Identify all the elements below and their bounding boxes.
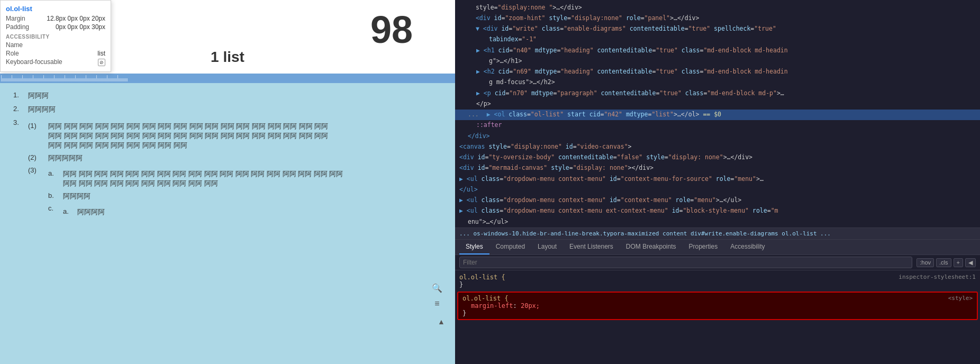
ruler-tick (22, 75, 23, 81)
ruler-tick (120, 78, 120, 81)
cls-button[interactable]: .cls (936, 258, 951, 267)
tab-event-listeners[interactable]: Event Listeners (563, 240, 620, 254)
ruler-tick (38, 78, 39, 81)
dom-line-after-10: enu">…</ul> (455, 216, 980, 227)
ruler-tick (23, 78, 24, 81)
ruler-tick (13, 78, 13, 81)
ruler-tick (41, 78, 42, 81)
nested-text-3-1: 阿阿 阿阿 阿阿 阿阿 阿阿 阿阿 阿阿 阿阿 阿阿 阿阿 阿阿 阿阿 阿阿 阿… (48, 122, 328, 150)
ruler-tick (16, 78, 16, 81)
ruler-tick (59, 78, 60, 81)
nested-item-3-3: (3) a. 阿阿 阿阿 阿阿 阿阿 阿阿 阿阿 阿阿 阿阿 阿阿 阿阿 阿阿 … (28, 166, 343, 222)
ruler-tick (12, 75, 12, 81)
ruler-tick (74, 78, 75, 81)
ruler-tick (67, 78, 67, 81)
ruler-tick (61, 78, 62, 81)
ruler-tick (101, 78, 101, 81)
ruler-tick (109, 78, 110, 81)
css-highlighted-close: } (462, 310, 973, 317)
nested-num-3-3: (3) (28, 166, 44, 222)
ruler-tick (52, 78, 52, 81)
tooltip-padding-value: 0px 0px 0px 30px (56, 23, 105, 31)
css-rule-ol-ol-list-1: ol.ol-list { inspector-stylesheet:1 } (455, 272, 980, 289)
ruler-tick (62, 78, 63, 81)
ruler-tick (11, 78, 11, 81)
hov-button[interactable]: :hov (917, 258, 934, 267)
ruler-tick (51, 78, 51, 81)
ruler-tick (15, 78, 15, 81)
dom-line-after-1: ::after (455, 120, 980, 131)
nested-text-3-2: 阿阿阿阿阿 (48, 153, 83, 163)
ruler-tick (37, 78, 38, 81)
ruler-tick (32, 78, 32, 81)
ruler-tick (25, 78, 26, 81)
deep-item-b: b. 阿阿阿阿 (48, 192, 343, 201)
ruler-tick (104, 78, 104, 81)
list-item-1: 1. 阿阿阿 (13, 91, 442, 101)
ruler-tick (91, 78, 92, 81)
ruler-tick (57, 78, 58, 81)
search-icon[interactable]: 🔍 (430, 280, 444, 295)
hamburger-menu-icon[interactable]: ≡ (430, 296, 444, 311)
dom-line-after-2: </div> (455, 131, 980, 141)
tooltip-padding-label: Padding (6, 23, 29, 31)
css-prop-name: margin-left (471, 302, 513, 310)
ruler-tick (123, 78, 123, 81)
ruler-tick (46, 78, 46, 81)
ruler-tick (87, 78, 87, 81)
ruler (0, 74, 455, 83)
ruler-tick (103, 78, 103, 81)
ruler-tick (65, 75, 65, 81)
tab-properties[interactable]: Properties (683, 240, 724, 254)
deep-item-a: a. 阿阿 阿阿 阿阿 阿阿 阿阿 阿阿 阿阿 阿阿 阿阿 阿阿 阿阿 阿阿 阿… (48, 169, 343, 188)
dom-line-after-6: ▶ <ul class="dropdown-menu context-menu"… (455, 174, 980, 184)
ruler-tick (47, 78, 47, 81)
tab-styles[interactable]: Styles (459, 240, 489, 254)
ruler-tick (89, 78, 89, 81)
ruler-tick (116, 78, 117, 81)
navigate-button[interactable]: ◀ (965, 258, 976, 267)
ruler-tick (72, 78, 72, 81)
ruler-tick (21, 78, 22, 81)
ruler-tick (53, 78, 53, 81)
nested-num-3-2: (2) (28, 153, 44, 163)
dom-tree[interactable]: style="display:none ">…</div> <div id="z… (455, 0, 980, 228)
deep-text-b: 阿阿阿阿 (63, 192, 90, 201)
ruler-tick (102, 78, 102, 81)
dom-line-after-7: </ul> (455, 184, 980, 195)
filter-input[interactable] (459, 257, 912, 268)
ruler-tick (106, 78, 106, 81)
element-tooltip: ol.ol-list Margin 12.8px 0px 0px 20px Pa… (0, 0, 111, 72)
css-rule-ol-ol-list-highlighted: ol.ol-list { <style> margin-left: 20px; … (457, 292, 978, 320)
deep-text-a: 阿阿 阿阿 阿阿 阿阿 阿阿 阿阿 阿阿 阿阿 阿阿 阿阿 阿阿 阿阿 阿阿 阿… (63, 169, 343, 188)
devtools-tabs: Styles Computed Layout Event Listeners D… (455, 240, 980, 255)
ruler-tick (99, 78, 100, 81)
ruler-tick (127, 78, 128, 81)
deeper-alpha-a: a. (63, 207, 69, 217)
ruler-tick (28, 78, 28, 81)
ruler-tick (122, 78, 122, 81)
css-source-ref-1: inspector-stylesheet:1 (899, 274, 976, 280)
tab-computed[interactable]: Computed (489, 240, 531, 254)
ruler-tick (88, 78, 88, 81)
tab-dom-breakpoints[interactable]: DOM Breakpoints (620, 240, 683, 254)
up-arrow-icon[interactable]: ▲ (436, 316, 447, 327)
ruler-tick (121, 78, 121, 81)
ruler-tick (2, 78, 3, 81)
ruler-tick (42, 78, 43, 81)
deeper-text-a: 阿阿阿阿 (77, 207, 105, 217)
list-num-2: 2. (13, 105, 24, 113)
ruler-tick (69, 78, 69, 81)
add-rule-button[interactable]: + (954, 258, 963, 267)
deep-nested-list: a. 阿阿 阿阿 阿阿 阿阿 阿阿 阿阿 阿阿 阿阿 阿阿 阿阿 阿阿 阿阿 阿… (48, 169, 343, 222)
tab-layout[interactable]: Layout (531, 240, 563, 254)
dom-line-9: ▶ <p cid="n70" mdtype="paragraph" conten… (455, 88, 980, 98)
ruler-tick (26, 78, 27, 81)
tooltip-role-value: list (97, 50, 105, 57)
dom-line-selected[interactable]: ... ▶ <ol class="ol-list" start cid="n42… (455, 110, 980, 120)
tab-accessibility[interactable]: Accessibility (724, 240, 771, 254)
dom-line-2: <div id="zoom-hint" style="display:none"… (455, 13, 980, 23)
ruler-tick (83, 78, 83, 81)
ruler-tick (50, 78, 50, 81)
ruler-tick (97, 78, 98, 81)
